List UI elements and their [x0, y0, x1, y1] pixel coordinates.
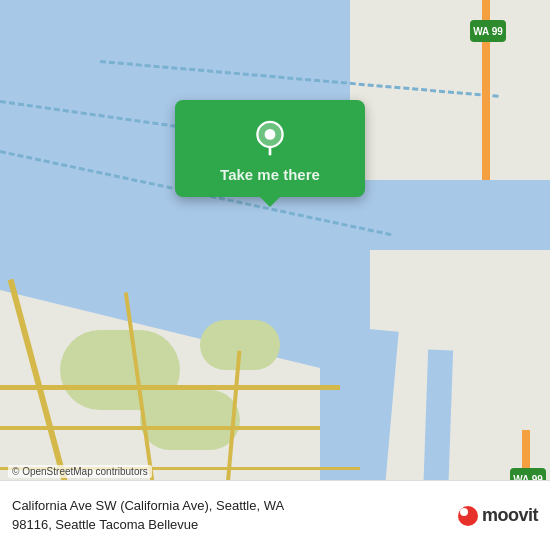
moovit-logo: moovit	[458, 505, 538, 526]
road-horizontal-2	[0, 426, 320, 430]
map-attribution: © OpenStreetMap contributors	[8, 465, 152, 478]
address-info: California Ave SW (California Ave), Seat…	[12, 497, 446, 533]
moovit-text: moovit	[482, 505, 538, 526]
green-area-2	[140, 390, 240, 450]
map-container: WA 99 WA 99 Take me there © OpenStreetMa…	[0, 0, 550, 550]
map-card[interactable]: Take me there	[175, 100, 365, 197]
location-pin-icon	[252, 120, 288, 156]
moovit-icon	[458, 506, 478, 526]
address-line2: 98116, Seattle Tacoma Bellevue	[12, 516, 446, 534]
info-bar: California Ave SW (California Ave), Seat…	[0, 480, 550, 550]
address-line1: California Ave SW (California Ave), Seat…	[12, 497, 446, 515]
take-me-there-label: Take me there	[220, 166, 320, 183]
highway-badge-top: WA 99	[470, 20, 506, 42]
road-horizontal-1	[0, 385, 340, 390]
svg-point-1	[265, 129, 276, 140]
moovit-brand: moovit	[458, 505, 538, 526]
